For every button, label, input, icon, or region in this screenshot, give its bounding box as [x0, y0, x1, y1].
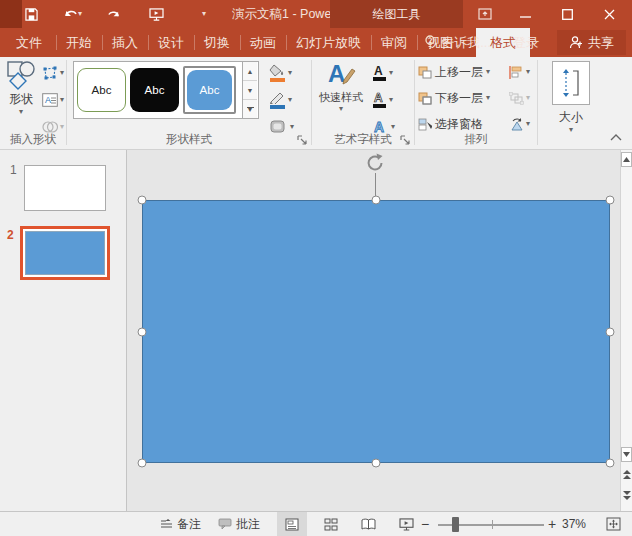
minimize-icon: [520, 9, 531, 19]
shape-fill-button[interactable]: ▾: [269, 60, 294, 85]
chevron-up-icon: [610, 133, 622, 141]
shape-styles-dialog-launcher[interactable]: [297, 135, 308, 146]
undo-dropdown[interactable]: ▾: [78, 10, 82, 18]
view-slideshow-button[interactable]: [391, 512, 421, 536]
save-button[interactable]: [20, 0, 42, 28]
send-backward-dropdown: ▾: [486, 94, 490, 102]
tab-slideshow[interactable]: 幻灯片放映: [286, 28, 371, 57]
tell-me-box[interactable]: 告诉我...: [424, 34, 491, 52]
bring-forward-dropdown: ▾: [486, 68, 490, 76]
tab-animations[interactable]: 动画: [240, 28, 286, 57]
tab-review[interactable]: 审阅: [371, 28, 417, 57]
size-icon-box: [552, 61, 590, 105]
text-outline-button[interactable]: A ▾: [372, 87, 395, 112]
tab-transitions[interactable]: 切换: [194, 28, 240, 57]
tab-home[interactable]: 开始: [56, 28, 102, 57]
collapse-ribbon-button[interactable]: [610, 133, 624, 145]
size-icon: [560, 68, 582, 98]
view-normal-button[interactable]: [277, 512, 307, 536]
shape-style-option-2[interactable]: Abc: [130, 68, 179, 112]
resize-handle-bottom-left[interactable]: [138, 459, 147, 468]
quick-styles-dropdown: ▾: [339, 105, 343, 113]
tab-row-right: 告诉我... 登录 共享: [424, 28, 632, 57]
scroll-down-icon: [623, 452, 630, 457]
slide-canvas[interactable]: [127, 150, 620, 511]
contextual-tab-group: 绘图工具: [330, 0, 463, 28]
comments-button[interactable]: 批注: [218, 512, 260, 536]
send-backward-button[interactable]: 下移一层 ▾: [418, 86, 490, 110]
slide-1-thumbnail[interactable]: [24, 165, 106, 211]
zoom-slider-handle[interactable]: [452, 517, 459, 532]
text-box-button[interactable]: A ▾: [42, 88, 64, 112]
sign-in-button[interactable]: 登录: [513, 34, 539, 52]
view-slide-sorter-button[interactable]: [316, 512, 346, 536]
bring-forward-button[interactable]: 上移一层 ▾: [418, 60, 490, 84]
maximize-button[interactable]: [550, 0, 584, 28]
zoom-out-button[interactable]: −: [421, 512, 429, 536]
text-fill-swatch: [373, 77, 386, 81]
repeat-button[interactable]: [102, 0, 124, 28]
bring-forward-icon: [418, 66, 432, 79]
wordart-dialog-launcher[interactable]: [400, 135, 411, 146]
group-objects-dropdown: ▾: [526, 94, 530, 102]
start-slideshow-button[interactable]: [144, 0, 168, 28]
previous-slide-button[interactable]: [621, 466, 632, 483]
scroll-up-button[interactable]: [621, 152, 632, 167]
bring-forward-label: 上移一层: [435, 64, 483, 81]
align-button[interactable]: ▾: [509, 60, 530, 84]
zoom-in-button[interactable]: +: [548, 512, 556, 536]
shape-outline-button[interactable]: ▾: [269, 87, 294, 112]
resize-handle-top-center[interactable]: [372, 196, 381, 205]
text-outline-swatch: [373, 104, 386, 108]
ribbon-display-options-button[interactable]: [468, 0, 502, 28]
next-slide-button[interactable]: [621, 486, 632, 503]
zoom-slider-center-tick: [492, 520, 493, 529]
gallery-scroll-up[interactable]: ▲: [243, 62, 257, 81]
svg-text:A: A: [45, 95, 51, 105]
shape-style-option-1[interactable]: Abc: [77, 68, 126, 112]
resize-handle-middle-left[interactable]: [138, 328, 147, 337]
shape-fill-swatch: [270, 78, 285, 82]
tab-insert[interactable]: 插入: [102, 28, 148, 57]
shape-style-option-3-selected[interactable]: Abc: [187, 70, 232, 110]
rotate-icon: [509, 118, 524, 131]
resize-handle-bottom-right[interactable]: [606, 459, 615, 468]
notes-button[interactable]: 备注: [160, 512, 201, 536]
slide-1-number: 1: [10, 163, 17, 177]
gallery-scroll-down[interactable]: ▼: [243, 81, 257, 100]
app-icon[interactable]: [0, 0, 22, 28]
resize-handle-top-right[interactable]: [606, 196, 615, 205]
tab-design[interactable]: 设计: [148, 28, 194, 57]
resize-handle-top-left[interactable]: [138, 196, 147, 205]
gallery-more-button[interactable]: ▼: [243, 100, 257, 118]
fit-slide-to-window-button[interactable]: [606, 512, 621, 536]
customize-qat-button[interactable]: ▾: [194, 0, 214, 28]
rotate-handle[interactable]: [364, 152, 386, 174]
undo-icon: [64, 8, 78, 20]
vertical-scrollbar[interactable]: [620, 150, 632, 511]
zoom-percentage[interactable]: 37%: [562, 512, 586, 536]
undo-button[interactable]: ▾: [60, 0, 86, 28]
group-label-wordart: 艺术字样式: [312, 132, 414, 147]
shape-style-selected-frame: Abc: [183, 66, 236, 114]
resize-handle-middle-right[interactable]: [606, 328, 615, 337]
tab-file[interactable]: 文件: [2, 28, 56, 57]
group-objects-button[interactable]: ▾: [509, 86, 530, 110]
edit-shape-button[interactable]: ▾: [42, 61, 64, 85]
close-button[interactable]: [592, 0, 626, 28]
minimize-button[interactable]: [508, 0, 542, 28]
slide-2-thumbnail-selected[interactable]: [20, 226, 110, 280]
text-fill-dropdown: ▾: [389, 69, 393, 77]
scroll-down-button[interactable]: [621, 447, 632, 462]
view-reading-button[interactable]: [353, 512, 383, 536]
shapes-button[interactable]: 形状 ▾: [2, 60, 40, 132]
resize-handle-bottom-center[interactable]: [372, 459, 381, 468]
text-fill-button[interactable]: A ▾: [372, 60, 395, 85]
share-button[interactable]: 共享: [557, 30, 626, 55]
send-backward-icon: [418, 92, 432, 105]
selection-pane-icon: [418, 118, 432, 131]
close-icon: [604, 9, 615, 20]
size-button[interactable]: 大小 ▾: [546, 61, 596, 134]
selected-rectangle-shape[interactable]: [142, 200, 610, 463]
ribbon-display-icon: [478, 8, 492, 20]
